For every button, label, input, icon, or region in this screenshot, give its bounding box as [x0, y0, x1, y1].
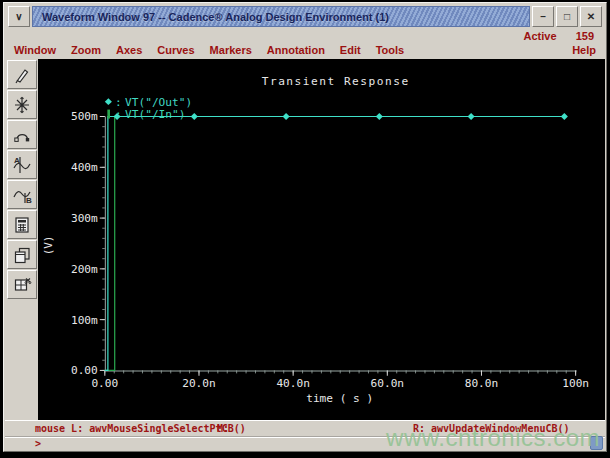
menu-item-markers[interactable]: Markers — [210, 44, 252, 56]
subwindow-cut-icon — [12, 275, 32, 295]
marker-a-button[interactable]: A — [7, 150, 37, 179]
trace-out[interactable] — [105, 117, 565, 371]
menu-item-axes[interactable]: Axes — [116, 44, 142, 56]
x-tick-label: 80.0n — [465, 377, 499, 390]
y-axis-title: (V) — [42, 236, 55, 256]
menubar: WindowZoomAxesCurvesMarkersAnnotationEdi… — [14, 42, 596, 57]
menu-item-edit[interactable]: Edit — [340, 44, 361, 56]
menu-item-help[interactable]: Help — [572, 44, 596, 56]
legend-label[interactable]: VT("/In") — [125, 109, 185, 122]
copy-window-icon — [12, 245, 32, 265]
subwindow-cut-button[interactable] — [7, 270, 37, 299]
menu-item-annotation[interactable]: Annotation — [267, 44, 325, 56]
zoom-fit-button[interactable] — [7, 90, 37, 119]
data-point-marker[interactable] — [283, 113, 290, 120]
menu-item-curves[interactable]: Curves — [157, 44, 194, 56]
data-point-marker[interactable] — [561, 113, 568, 120]
arc-trace-button[interactable] — [7, 120, 37, 149]
marker-a-icon: A — [12, 155, 32, 175]
plot-area[interactable]: 0.0020.0n40.0n60.0n80.0n100n0.00100m200m… — [38, 59, 605, 420]
minimize-icon: – — [540, 11, 546, 22]
window-menu-button[interactable]: ∨ — [8, 6, 30, 27]
plot-title: Transient Response — [262, 75, 410, 88]
statusbar: mouse L: awvMouseSingleSelectPtCB() M: R… — [5, 420, 605, 450]
app-window: ∨ Waveform Window 97 -- Cadence® Analog … — [3, 2, 607, 452]
tool-column: A B — [5, 59, 38, 420]
y-tick-label: 400m — [71, 161, 98, 174]
x-tick-label: 20.0n — [182, 377, 216, 390]
calculator-icon — [12, 215, 32, 235]
menu-item-tools[interactable]: Tools — [376, 44, 405, 56]
legend-symbol-in — [107, 110, 110, 119]
legend-label[interactable]: VT("/Out") — [125, 96, 192, 109]
status-mouse-left: mouse L: awvMouseSingleSelectPtCB() — [35, 423, 246, 434]
zoom-fit-icon — [12, 95, 32, 115]
status-mouse-right: R: awvUpdateWindowMenuCB() — [413, 423, 570, 434]
maximize-button[interactable]: □ — [556, 6, 578, 27]
command-row[interactable]: > — [5, 436, 605, 451]
copy-window-button[interactable] — [7, 240, 37, 269]
x-axis-title: time ( s ) — [306, 392, 373, 405]
trace-in[interactable] — [105, 117, 565, 371]
calculator-button[interactable] — [7, 210, 37, 239]
data-point-marker[interactable] — [191, 113, 198, 120]
active-label: Active — [524, 30, 557, 42]
active-count: 159 — [576, 30, 594, 42]
minimize-button[interactable]: – — [532, 6, 554, 27]
data-point-marker[interactable] — [468, 113, 475, 120]
data-point-marker[interactable] — [376, 113, 383, 120]
legend-colon: : — [115, 96, 122, 109]
x-tick-label: 100n — [562, 377, 589, 390]
legend-symbol-out — [105, 98, 112, 105]
menu-item-window[interactable]: Window — [14, 44, 56, 56]
marker-b-button[interactable]: B — [7, 180, 37, 209]
resize-corner-handle[interactable] — [590, 436, 603, 450]
window-menu-chevron-icon: ∨ — [15, 11, 22, 22]
titlebar: ∨ Waveform Window 97 -- Cadence® Analog … — [8, 6, 602, 27]
waveform-canvas[interactable]: 0.0020.0n40.0n60.0n80.0n100n0.00100m200m… — [38, 59, 605, 420]
pen-tool-button[interactable] — [7, 60, 37, 89]
marker-b-icon: B — [12, 185, 32, 205]
close-icon: ✕ — [587, 11, 595, 22]
status-mouse-middle: M: — [217, 423, 229, 434]
cli-prompt: > — [35, 438, 41, 449]
x-tick-label: 40.0n — [276, 377, 310, 390]
menu-item-zoom[interactable]: Zoom — [71, 44, 101, 56]
work-area: A B — [5, 59, 605, 420]
maximize-icon: □ — [564, 11, 570, 22]
y-tick-label: 100m — [71, 314, 98, 327]
close-button[interactable]: ✕ — [580, 6, 602, 27]
active-status: Active 159 — [508, 30, 594, 42]
arc-trace-icon — [12, 125, 32, 145]
y-tick-label: 0.00 — [71, 364, 98, 377]
titlebar-drag-area[interactable]: Waveform Window 97 -- Cadence® Analog De… — [32, 6, 530, 27]
x-tick-label: 60.0n — [371, 377, 405, 390]
svg-text:B: B — [26, 196, 32, 205]
y-tick-label: 300m — [71, 212, 98, 225]
mouse-binding-row: mouse L: awvMouseSingleSelectPtCB() M: R… — [5, 420, 605, 436]
window-title: Waveform Window 97 -- Cadence® Analog De… — [42, 11, 389, 23]
y-tick-label: 200m — [71, 263, 98, 276]
x-tick-label: 0.00 — [91, 377, 118, 390]
pen-tool-icon — [12, 65, 32, 85]
legend-colon: : — [115, 109, 122, 122]
y-tick-label: 500m — [71, 111, 98, 124]
